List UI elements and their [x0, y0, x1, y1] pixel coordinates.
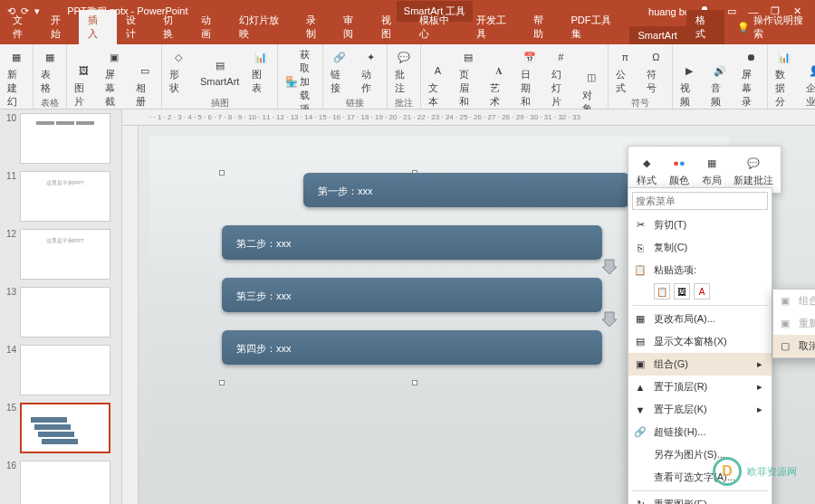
tab-file[interactable]: 文件: [4, 10, 42, 44]
tab-help[interactable]: 帮助: [524, 10, 562, 44]
back-icon: ▼: [634, 404, 647, 416]
tab-view[interactable]: 视图: [372, 10, 410, 44]
group-icon: ▣: [779, 295, 791, 308]
tab-record[interactable]: 录制: [297, 10, 335, 44]
cm-send-back[interactable]: ▼置于底层(K)▸: [628, 398, 772, 421]
group-images: 🖼图片 ▣屏幕截图 ▭相册 图像: [67, 44, 162, 109]
smartart-step-3[interactable]: 第三步：xxx: [222, 278, 602, 312]
cm-reset-graphic[interactable]: ↻重置图形(E): [628, 493, 772, 504]
group-media: ▶视频 🔊音频 ⏺屏幕录制 媒体: [673, 44, 768, 109]
watermark: D 欧菲资源网: [713, 457, 797, 486]
link-button[interactable]: 🔗链接: [327, 46, 352, 97]
get-addins-button[interactable]: 🏪获取加载项: [282, 46, 319, 118]
thumb-13[interactable]: 13: [4, 287, 118, 338]
slide-editor[interactable]: · · 1 · 2 · 3 · 4 · 5 · 6 · 7 · 8 · 9 · …: [122, 109, 815, 504]
tab-smartart[interactable]: SmartArt: [629, 26, 686, 44]
context-search-input[interactable]: [632, 192, 768, 210]
table-button[interactable]: ▦表格: [37, 46, 62, 97]
pictures-button[interactable]: 🖼图片: [71, 60, 96, 110]
cm-change-layout[interactable]: ▦更改布局(A)...: [628, 308, 772, 330]
group-illustrations: ◇形状 ▤SmartArt 📊图表 插图: [162, 44, 278, 109]
group-icon: ▣: [634, 358, 647, 371]
thumb-16[interactable]: 16: [4, 461, 118, 504]
clipboard-icon: 📋: [634, 264, 647, 277]
smartart-object[interactable]: 第一步：xxx 第二步：xxx 第三步：xxx 第四步：xxx: [222, 173, 602, 383]
watermark-logo-icon: D: [713, 457, 742, 486]
tab-transitions[interactable]: 切换: [154, 10, 192, 44]
group-tables: ▦表格表格: [34, 44, 67, 109]
cm-group[interactable]: ▣组合(G)▸: [628, 353, 772, 376]
tab-insert[interactable]: 插入: [79, 10, 117, 44]
shapes-button[interactable]: ◇形状: [166, 46, 191, 97]
regroup-icon: ▣: [779, 318, 791, 330]
selection-handle[interactable]: [219, 170, 225, 176]
thumb-10[interactable]: 10: [4, 113, 118, 164]
smartart-button[interactable]: ▤SmartArt: [197, 54, 243, 89]
content-area: 10 11这里是平例PPT 12这里是平例PPT 13 14 15 16 · ·…: [0, 109, 815, 504]
tab-slideshow[interactable]: 幻灯片放映: [230, 10, 297, 44]
group-links: 🔗链接 ✦动作 链接: [323, 44, 388, 109]
action-button[interactable]: ✦动作: [358, 46, 383, 97]
cm-copy[interactable]: ⎘复制(C): [628, 236, 772, 259]
tab-developer[interactable]: 开发工具: [467, 10, 524, 44]
paste-option-icon[interactable]: 📋: [654, 283, 670, 300]
horizontal-ruler: · · 1 · 2 · 3 · 4 · 5 · 6 · 7 · 8 · 9 · …: [122, 109, 815, 126]
paste-picture-icon[interactable]: 🖼: [674, 283, 690, 300]
layout-icon: ▦: [634, 313, 647, 326]
cm-paste-options: 📋 🖼 A: [628, 281, 772, 303]
link-icon: 🔗: [634, 426, 647, 439]
audio-button[interactable]: 🔊音频: [707, 60, 733, 110]
cm-hyperlink[interactable]: 🔗超链接(H)...: [628, 421, 772, 443]
tab-pdf[interactable]: PDF工具集: [562, 10, 629, 44]
album-button[interactable]: ▭相册: [132, 60, 158, 110]
thumb-15[interactable]: 15: [4, 403, 118, 453]
mini-comment-button[interactable]: 💬新建批注: [730, 150, 777, 189]
reset-icon: ↻: [634, 499, 647, 505]
cm-bring-front[interactable]: ▲置于顶层(R)▸: [628, 376, 772, 398]
thumb-12[interactable]: 12这里是平例PPT: [4, 229, 118, 280]
cm-text-pane[interactable]: ▤显示文本窗格(X): [628, 330, 772, 353]
group-pptrec: 📊数据分析报告 👤企业培训 PPT推荐: [768, 44, 815, 109]
slide-thumbnails[interactable]: 10 11这里是平例PPT 12这里是平例PPT 13 14 15 16: [0, 109, 122, 504]
sub-group: ▣组合(G): [773, 290, 815, 312]
tab-home[interactable]: 开始: [42, 10, 80, 44]
video-button[interactable]: ▶视频: [676, 60, 702, 110]
smartart-step-1[interactable]: 第一步：xxx: [303, 173, 629, 207]
paste-text-icon[interactable]: A: [694, 283, 710, 300]
tab-review[interactable]: 审阅: [334, 10, 372, 44]
smartart-step-2[interactable]: 第二步：xxx: [222, 225, 602, 260]
ribbon: ▦新建 幻灯片幻灯片 ▦表格表格 🖼图片 ▣屏幕截图 ▭相册 图像 ◇形状 ▤S…: [0, 44, 815, 109]
group-comments: 💬批注批注: [388, 44, 421, 109]
cm-cut[interactable]: ✂剪切(T): [628, 214, 772, 236]
group-text: A文本框 ▤页眉和页脚 𝐀艺术字 📅日期和时间 #幻灯片编号 ◫对象 文本: [421, 44, 609, 109]
mini-style-button[interactable]: ◆样式: [632, 150, 661, 189]
group-slides: ▦新建 幻灯片幻灯片: [0, 44, 34, 109]
tab-animations[interactable]: 动画: [192, 10, 230, 44]
chart-button[interactable]: 📊图表: [248, 46, 273, 97]
chevron-right-icon: ▸: [757, 404, 762, 415]
tab-templates[interactable]: 模板中心: [410, 10, 467, 44]
lightbulb-icon: 💡: [737, 22, 750, 33]
sub-ungroup[interactable]: ▢取消组合(U): [773, 335, 815, 357]
copy-icon: ⎘: [634, 242, 647, 254]
smartart-step-4[interactable]: 第四步：xxx: [222, 330, 602, 365]
ungroup-icon: ▢: [779, 340, 791, 353]
tab-format[interactable]: 格式: [686, 10, 724, 44]
equation-button[interactable]: π公式: [612, 46, 638, 97]
thumb-11[interactable]: 11这里是平例PPT: [4, 171, 118, 222]
group-addins: 🏪获取加载项 ⊞我的加载项 加载项: [278, 44, 323, 109]
mini-layout-button[interactable]: ▦布局: [697, 150, 726, 189]
chevron-right-icon: ▸: [757, 381, 762, 393]
symbol-button[interactable]: Ω符号: [643, 46, 668, 97]
thumb-14[interactable]: 14: [4, 345, 118, 395]
tab-design[interactable]: 设计: [117, 10, 155, 44]
down-arrow-icon: [600, 258, 618, 276]
vertical-ruler: [122, 126, 139, 504]
mini-color-button[interactable]: ●●颜色: [665, 150, 694, 189]
selection-handle[interactable]: [412, 380, 417, 385]
comment-button[interactable]: 💬批注: [391, 46, 417, 97]
cm-paste-header: 📋粘贴选项:: [628, 259, 772, 281]
tell-me-search[interactable]: 💡 操作说明搜索: [734, 10, 815, 44]
scissors-icon: ✂: [634, 219, 647, 232]
selection-handle[interactable]: [219, 380, 225, 385]
